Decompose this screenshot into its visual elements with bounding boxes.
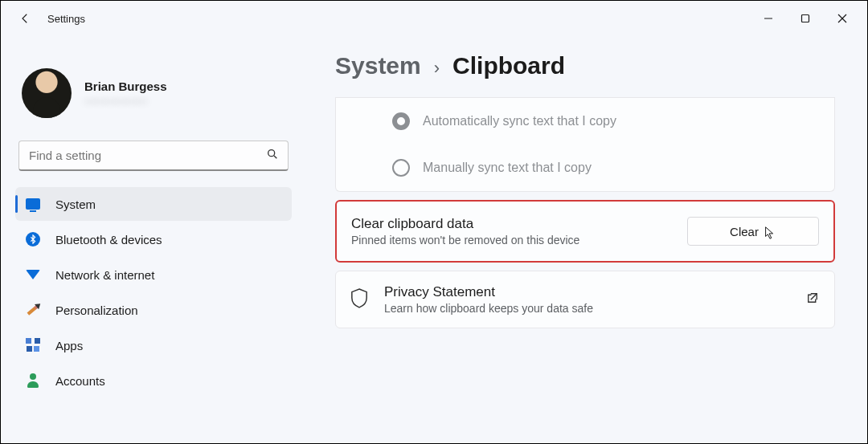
apps-icon [25,337,41,353]
profile-email: —————— [84,95,167,107]
pencil-icon [25,302,41,318]
maximize-button[interactable] [787,6,824,31]
radio-label: Automatically sync text that I copy [423,114,616,128]
nav-item-system[interactable]: System [15,187,292,221]
cursor-icon [764,226,776,240]
search-icon [266,148,279,164]
nav-item-network[interactable]: Network & internet [15,258,292,291]
monitor-icon [25,196,41,212]
nav-label: Accounts [55,374,105,388]
search-box [18,141,289,171]
svg-rect-1 [802,15,809,22]
sync-option-manual[interactable]: Manually sync text that I copy [336,145,834,191]
privacy-title: Privacy Statement [384,284,789,300]
clear-clipboard-card: Clear clipboard data Pinned items won't … [335,200,835,263]
clear-button[interactable]: Clear [687,217,819,246]
bluetooth-icon [25,231,41,247]
nav-item-personalization[interactable]: Personalization [15,293,292,327]
app-title: Settings [47,13,85,25]
open-external-icon[interactable] [805,291,820,308]
close-button[interactable] [824,6,861,31]
clear-subtitle: Pinned items won't be removed on this de… [351,234,579,246]
profile-name: Brian Burgess [84,79,167,93]
nav-label: System [55,198,96,211]
svg-point-4 [268,150,275,157]
radio-label: Manually sync text that I copy [423,161,592,175]
sync-option-auto[interactable]: Automatically sync text that I copy [336,98,834,145]
avatar [22,68,72,118]
sync-options-card: Automatically sync text that I copy Manu… [335,97,835,192]
back-button[interactable] [15,9,35,28]
nav-item-accounts[interactable]: Accounts [15,364,292,397]
title-bar: Settings [1,1,867,36]
main-panel: System › Clipboard Automatically sync te… [306,36,867,443]
nav-item-bluetooth[interactable]: Bluetooth & devices [15,222,292,256]
breadcrumb: System › Clipboard [335,52,835,79]
wifi-icon [25,267,41,283]
clear-button-label: Clear [730,225,759,238]
profile-block[interactable]: Brian Burgess —————— [15,49,292,141]
nav-label: Apps [55,339,83,352]
search-input[interactable] [18,141,289,171]
chevron-right-icon: › [434,58,440,79]
nav-list: System Bluetooth & devices Network & int… [15,187,292,397]
nav-label: Bluetooth & devices [55,233,162,246]
user-icon [25,373,41,389]
breadcrumb-current: Clipboard [452,52,565,79]
shield-icon [350,287,368,312]
svg-line-5 [274,156,276,158]
nav-label: Network & internet [55,268,154,282]
clear-title: Clear clipboard data [351,216,579,232]
minimize-button[interactable] [750,6,787,31]
radio-icon [392,112,410,130]
nav-item-apps[interactable]: Apps [15,328,292,362]
privacy-subtitle: Learn how clipboard keeps your data safe [384,302,789,315]
radio-icon [392,159,410,177]
nav-label: Personalization [55,303,138,317]
breadcrumb-parent[interactable]: System [335,52,421,79]
privacy-card[interactable]: Privacy Statement Learn how clipboard ke… [335,271,835,328]
sidebar: Brian Burgess —————— System Bluetooth & … [1,36,306,443]
